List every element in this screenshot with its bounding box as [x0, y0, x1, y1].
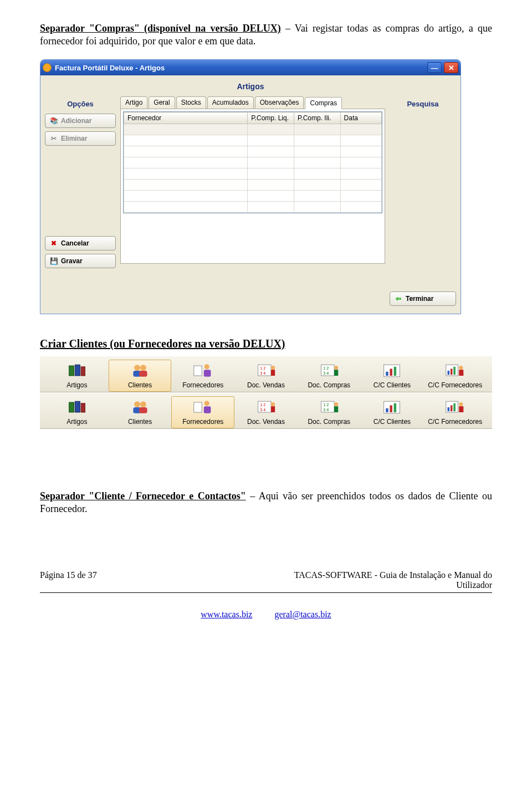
terminar-label: Terminar [406, 295, 433, 303]
table-row[interactable] [124, 180, 382, 191]
cancelar-label: Cancelar [61, 239, 89, 247]
toolbar-item-doc-vendas[interactable]: 1 23 4Doc. Vendas [234, 360, 298, 392]
svg-point-3 [134, 365, 140, 371]
toolbar-icon [381, 398, 403, 417]
table-row[interactable] [124, 146, 382, 157]
footer-rule [40, 592, 492, 593]
compras-grid[interactable]: Fornecedor P.Comp. Liq. P.Comp. Ili. Dat… [123, 111, 382, 213]
toolbar-item-c-c-fornecedores[interactable]: C/C Fornecedores [423, 360, 487, 392]
tab-artigo[interactable]: Artigo [120, 96, 147, 109]
toolbar-icon [66, 361, 88, 380]
svg-rect-39 [204, 406, 211, 413]
left-column: Opções 📚 Adicionar ✂ Eliminar ✖ Cancelar… [45, 96, 116, 272]
svg-text:1 2: 1 2 [323, 366, 329, 371]
eliminar-button[interactable]: ✂ Eliminar [45, 131, 116, 146]
right-header: Pesquisa [390, 100, 456, 108]
footer-right-line2: Utilizador [456, 580, 492, 590]
svg-rect-21 [386, 372, 389, 376]
toolbar-item-c-c-fornecedores[interactable]: C/C Fornecedores [423, 396, 487, 428]
gravar-button[interactable]: 💾 Gravar [45, 254, 116, 268]
toolbar-label: Artigos [66, 418, 87, 426]
link-site[interactable]: www.tacas.biz [201, 610, 252, 619]
svg-rect-1 [75, 365, 80, 376]
scissors-icon: ✂ [50, 135, 58, 142]
table-row[interactable] [124, 168, 382, 180]
svg-text:1 2: 1 2 [323, 402, 329, 407]
svg-rect-56 [451, 405, 453, 411]
toolbar-item-c-c-clientes[interactable]: C/C Clientes [361, 396, 424, 428]
link-email[interactable]: geral@tacas.biz [274, 610, 331, 619]
tab-geral[interactable]: Geral [149, 96, 175, 109]
toolbar-row-2: ArtigosClientesFornecedores1 23 4Doc. Ve… [40, 392, 492, 429]
toolbar-icon [444, 361, 466, 380]
terminar-button[interactable]: ⇦ Terminar [390, 291, 456, 306]
cancel-icon: ✖ [50, 239, 58, 247]
close-button[interactable]: ✕ [444, 62, 458, 73]
table-row[interactable] [124, 191, 382, 202]
left-header: Opções [45, 100, 116, 108]
toolbar-icon [129, 361, 151, 380]
svg-rect-51 [386, 408, 389, 412]
toolbar-item-clientes[interactable]: Clientes [109, 360, 172, 392]
tab-stocks[interactable]: Stocks [176, 96, 206, 109]
footer-links: www.tacas.biz geral@tacas.biz [40, 610, 492, 620]
toolbar-item-artigos[interactable]: Artigos [45, 360, 109, 392]
col-fornecedor[interactable]: Fornecedor [124, 112, 248, 124]
toolbar-label: Doc. Vendas [247, 418, 285, 426]
svg-point-35 [140, 401, 146, 407]
cancelar-button[interactable]: ✖ Cancelar [45, 236, 116, 250]
toolbar-item-doc-compras[interactable]: 1 23 4Doc. Compras [298, 360, 361, 392]
svg-rect-53 [394, 403, 397, 412]
toolbar-item-fornecedores[interactable]: Fornecedores [171, 396, 234, 428]
toolbar-label: Clientes [128, 381, 152, 389]
col-pcomp-liq[interactable]: P.Comp. Liq. [248, 112, 294, 124]
svg-point-28 [459, 366, 463, 370]
svg-rect-30 [69, 402, 74, 412]
adicionar-button[interactable]: 📚 Adicionar [45, 114, 116, 128]
table-row[interactable] [124, 124, 382, 135]
window-title: Factura Portátil Deluxe - Artigos [55, 64, 165, 72]
tab-compras[interactable]: Compras [305, 97, 342, 109]
toolbar-item-doc-vendas[interactable]: 1 23 4Doc. Vendas [234, 396, 298, 428]
toolbar-icon: 1 23 4 [255, 398, 277, 417]
svg-rect-52 [390, 405, 393, 412]
svg-text:3 4: 3 4 [323, 371, 329, 376]
svg-rect-6 [139, 371, 147, 377]
toolbar-label: C/C Fornecedores [428, 381, 482, 389]
toolbar-row-1: ArtigosClientesFornecedores1 23 4Doc. Ve… [40, 356, 492, 392]
svg-rect-29 [459, 370, 463, 376]
toolbar-item-artigos[interactable]: Artigos [45, 396, 109, 428]
section2-title: Criar Clientes (ou Fornecedores na versã… [40, 337, 492, 350]
svg-text:1 2: 1 2 [260, 366, 265, 371]
panel-title: Artigos [45, 82, 456, 91]
toolbar-label: C/C Clientes [374, 381, 411, 389]
toolbar-item-c-c-clientes[interactable]: C/C Clientes [361, 360, 424, 392]
intro-paragraph: Separador "Compras" (disponível na versã… [40, 22, 492, 47]
title-bar: Factura Portátil Deluxe - Artigos — ✕ [40, 60, 461, 75]
toolbar-item-fornecedores[interactable]: Fornecedores [171, 360, 234, 392]
svg-point-18 [334, 366, 338, 370]
table-row[interactable] [124, 202, 382, 213]
svg-rect-9 [204, 370, 211, 377]
toolbar-icon: 1 23 4 [255, 361, 277, 380]
minimize-button[interactable]: — [427, 62, 442, 73]
toolbar-label: Fornecedores [182, 418, 223, 426]
toolbar-label: C/C Fornecedores [428, 418, 482, 426]
table-row[interactable] [124, 157, 382, 168]
exit-icon: ⇦ [395, 295, 402, 303]
svg-rect-0 [69, 366, 74, 376]
col-pcomp-ili[interactable]: P.Comp. Ili. [294, 112, 340, 124]
eliminar-label: Eliminar [61, 135, 87, 142]
table-row[interactable] [124, 135, 382, 146]
para3-title: Separador "Cliente / Fornecedor e Contac… [40, 490, 246, 502]
tab-acumulados[interactable]: Acumulados [207, 96, 254, 109]
svg-point-38 [204, 401, 209, 406]
svg-rect-22 [390, 369, 393, 376]
middle-column: Artigo Geral Stocks Acumulados Observaçõ… [120, 96, 385, 272]
toolbar-item-clientes[interactable]: Clientes [109, 396, 172, 428]
col-data[interactable]: Data [340, 112, 381, 124]
tab-observacoes[interactable]: Observações [255, 96, 304, 109]
toolbar-label: Artigos [66, 381, 87, 389]
toolbar-item-doc-compras[interactable]: 1 23 4Doc. Compras [298, 396, 361, 428]
toolbar-icon [381, 361, 403, 380]
